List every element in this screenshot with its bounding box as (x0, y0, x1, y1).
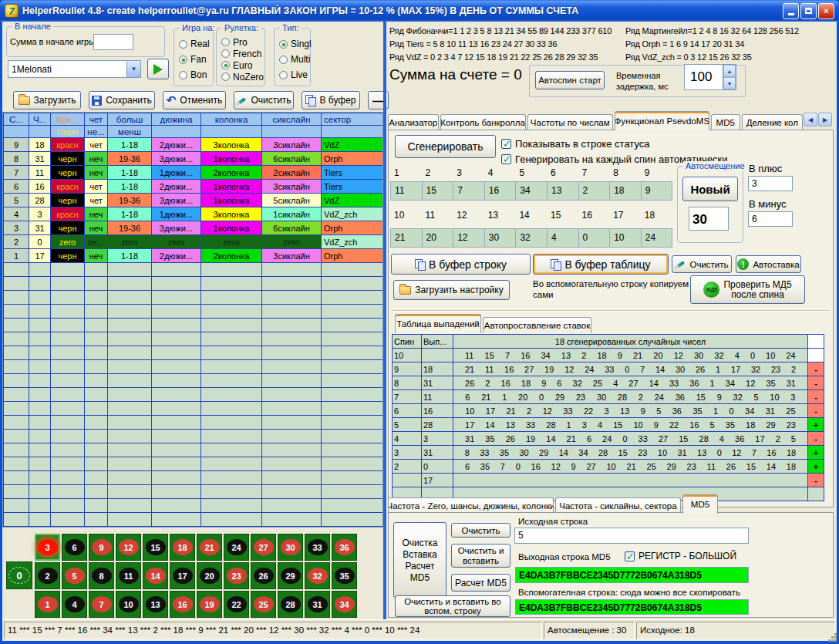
roulette-cell-6[interactable]: 6 (62, 534, 87, 561)
roulette-cell-15[interactable]: 15 (143, 534, 168, 561)
roulette-cell-34[interactable]: 34 (332, 591, 357, 618)
arrow-right-icon[interactable]: ▶ (818, 113, 832, 126)
radio-fan[interactable]: Fan (179, 54, 211, 65)
tab-Анализатор[interactable]: Анализатор (388, 114, 439, 130)
show-status-checkbox[interactable]: Показывать в строке статуса (501, 138, 650, 150)
roulette-cell-10[interactable]: 10 (116, 591, 141, 618)
roulette-cell-3[interactable]: 3 (35, 534, 60, 561)
roulette-cell-18[interactable]: 18 (170, 534, 195, 561)
md5-clear-paste-button[interactable]: Очистить и вставить (451, 544, 510, 568)
roulette-cell-28[interactable]: 28 (278, 591, 303, 618)
generate-button[interactable]: Сгенерировать (395, 135, 496, 158)
source-string-input[interactable]: 5 (514, 528, 749, 544)
maximize-button[interactable] (800, 3, 817, 19)
tab-Функционал PsevdoMS[interactable]: Функционал PsevdoMS (615, 111, 709, 130)
radio-french[interactable]: French (221, 49, 263, 59)
roulette-cell-23[interactable]: 23 (224, 562, 249, 589)
roulette-cell-14[interactable]: 14 (143, 562, 168, 589)
tab-Автопроставление ставок[interactable]: Автопроставление ставок (483, 317, 591, 333)
copy-row-button[interactable]: В буфер строку (391, 254, 531, 275)
toolbar-save-button[interactable]: Сохранить (89, 91, 155, 110)
roulette-cell-20[interactable]: 20 (197, 562, 222, 589)
minimize-button[interactable] (783, 3, 799, 19)
radio-live[interactable]: Live (279, 69, 308, 80)
roulette-cell-21[interactable]: 21 (197, 534, 222, 561)
radio-euro[interactable]: Euro (221, 60, 263, 71)
roulette-cell-26[interactable]: 26 (251, 562, 276, 589)
roulette-cell-11[interactable]: 11 (116, 562, 141, 589)
clear-generator-button[interactable]: Очистить (672, 255, 732, 273)
tab-Таблица выпадений[interactable]: Таблица выпадений (395, 314, 481, 333)
start-sum-input[interactable] (93, 34, 133, 50)
arrow-left-icon[interactable]: ◀ (804, 113, 817, 126)
copy-table-button[interactable]: В буфер таблицу (533, 254, 669, 275)
cell (4, 332, 29, 346)
tab-Частоты по числам[interactable]: Частоты по числам (527, 114, 613, 130)
autoshift-value-field[interactable]: 30 (689, 207, 729, 231)
roulette-cell-1[interactable]: 1 (35, 591, 60, 618)
preset-combobox[interactable]: 1Melonati ▼ (8, 60, 141, 78)
roulette-cell-29[interactable]: 29 (278, 562, 303, 589)
roulette-cell-19[interactable]: 19 (197, 591, 222, 618)
roulette-cell-32[interactable]: 32 (305, 562, 330, 589)
roulette-cell-8[interactable]: 8 (89, 562, 114, 589)
toolbar-folder-button[interactable]: Загрузить (13, 91, 81, 110)
tab-MD5[interactable]: MD5 (711, 114, 740, 130)
roulette-cell-7[interactable]: 7 (89, 591, 114, 618)
md5-clear-button[interactable]: Очистить (451, 523, 510, 538)
md5-calc-button[interactable]: Расчет MD5 (451, 574, 510, 592)
roulette-cell-31[interactable]: 31 (305, 591, 330, 618)
tab-Деление кол[interactable]: Деление кол (742, 114, 803, 130)
roulette-cell-9[interactable]: 9 (89, 534, 114, 561)
roulette-cell-2[interactable]: 2 (35, 562, 60, 589)
tab-Частота - Zero, шансы, дюжины, колонки[interactable]: Частота - Zero, шансы, дюжины, колонки (388, 497, 554, 514)
autobet-button[interactable]: ! Автоставка (736, 255, 801, 273)
tab-Частота - сиклайны, сектора[interactable]: Частота - сиклайны, сектора (555, 497, 681, 514)
roulette-cell-22[interactable]: 22 (224, 591, 249, 618)
radio-nozero[interactable]: NoZero (221, 72, 263, 83)
check-md5-button[interactable]: МД5 Проверить МД5 после спина (690, 275, 805, 304)
roulette-cell-0[interactable]: 0 (6, 561, 32, 589)
roulette-cell-5[interactable]: 5 (62, 562, 87, 589)
new-button[interactable]: Новый (682, 177, 738, 201)
arrow-up-icon[interactable]: ▲ (723, 65, 736, 77)
roulette-cell-35[interactable]: 35 (332, 562, 357, 589)
radio-pro[interactable]: Pro (221, 37, 263, 48)
roulette-cell-17[interactable]: 17 (170, 562, 195, 589)
radio-singl[interactable]: Singl (279, 39, 308, 49)
roulette-cell-30[interactable]: 30 (278, 534, 303, 561)
load-settings-button[interactable]: Загрузить настройку (393, 280, 510, 300)
arrow-down-icon[interactable]: ▼ (723, 77, 736, 89)
toolbar-brush-button[interactable]: Очистить (234, 91, 294, 110)
toolbar-copy-button[interactable]: В буфер (302, 91, 360, 110)
radio-multi[interactable]: Multi (279, 54, 308, 65)
roulette-cell-4[interactable]: 4 (62, 591, 87, 618)
chevron-down-icon[interactable]: ▼ (126, 61, 140, 77)
play-button[interactable] (147, 59, 169, 79)
roulette-cell-12[interactable]: 12 (116, 534, 141, 561)
tab-Контроль банкролла[interactable]: Контроль банкролла (440, 114, 526, 130)
md5-aux-field[interactable]: E4DA3B7FBBCE2345D7772B0674A318D5 (515, 599, 749, 615)
close-button[interactable]: × (818, 3, 834, 19)
delay-value[interactable]: 100 (685, 65, 723, 89)
register-checkbox[interactable]: РЕГИСТР - БОЛЬШОЙ (625, 551, 736, 561)
minus-field[interactable]: 6 (748, 211, 793, 227)
radio-bon[interactable]: Bon (179, 69, 211, 80)
md5-clear-aux-button[interactable]: Очистить и вставить во вспом. строку (395, 595, 510, 617)
tab-MD5[interactable]: MD5 (682, 494, 718, 514)
md5-output-field[interactable]: E4DA3B7FBBCE2345D7772B0674A318D5 (515, 567, 749, 583)
roulette-cell-25[interactable]: 25 (251, 591, 276, 618)
roulette-cell-13[interactable]: 13 (143, 591, 168, 618)
roulette-cell-16[interactable]: 16 (170, 591, 195, 618)
md5-big-button[interactable]: Очистка Вставка Расчет MD5 (393, 522, 446, 598)
resize-grip[interactable] (834, 639, 837, 642)
toolbar-undo-button[interactable]: Отменить (163, 91, 226, 110)
spin-result: - (808, 390, 824, 404)
radio-real[interactable]: Real (179, 39, 211, 49)
plus-field[interactable]: 3 (748, 176, 793, 191)
roulette-cell-36[interactable]: 36 (332, 534, 357, 561)
autospin-start-button[interactable]: Автоспин старт (535, 71, 605, 89)
roulette-cell-24[interactable]: 24 (224, 534, 249, 561)
roulette-cell-27[interactable]: 27 (251, 534, 276, 561)
roulette-cell-33[interactable]: 33 (305, 534, 330, 561)
